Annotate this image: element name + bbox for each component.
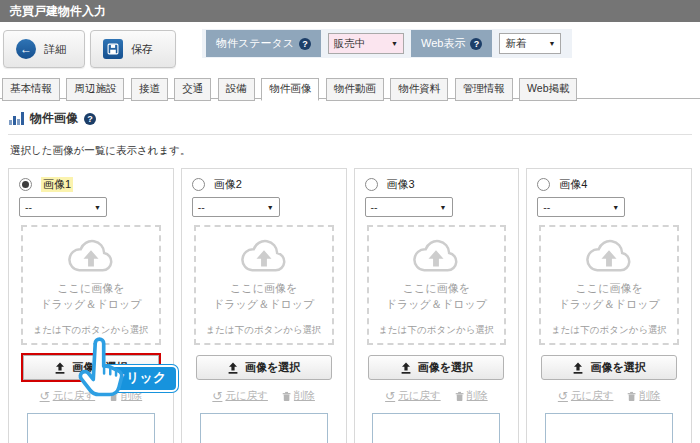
help-icon[interactable]: ? <box>299 38 311 50</box>
cloud-upload-icon <box>237 237 291 277</box>
bar-chart-icon <box>9 112 24 125</box>
back-arrow-icon: ← <box>16 39 36 59</box>
save-button-label: 保存 <box>131 42 153 57</box>
chevron-down-icon: ▼ <box>612 204 619 211</box>
cloud-upload-icon <box>64 237 118 277</box>
image3-dropzone[interactable]: ここに画像をドラッグ＆ドロップ または下のボタンから選択 <box>367 225 507 345</box>
detail-button-label: 詳細 <box>44 42 66 57</box>
image3-caption-box[interactable] <box>372 413 500 443</box>
image2-delete-link[interactable]: 削除 <box>282 389 315 403</box>
chevron-down-icon: ▼ <box>94 204 101 211</box>
undo-icon: ↺ <box>212 389 222 403</box>
web-display-label: Web表示 ? <box>411 30 492 57</box>
toolbar: ← 詳細 保存 物件ステータス ? 販売中 ▼ Web表示 ? 新着 ▼ <box>0 22 700 78</box>
tab-road-access[interactable]: 接道 <box>131 78 168 101</box>
image3-undo-link[interactable]: ↺元に戻す <box>385 389 441 403</box>
image2-dropzone[interactable]: ここに画像をドラッグ＆ドロップ または下のボタンから選択 <box>194 225 334 345</box>
save-button[interactable]: 保存 <box>90 30 176 68</box>
image-panel-3: 画像3 -- ▼ ここに画像をドラッグ＆ドロップ または下のボタンから選択 <box>354 168 520 443</box>
chevron-down-icon: ▼ <box>440 204 447 211</box>
image2-category-select[interactable]: -- ▼ <box>192 197 280 217</box>
image4-delete-link[interactable]: 削除 <box>627 389 660 403</box>
image4-caption-box[interactable] <box>545 413 673 443</box>
image1-category-select[interactable]: -- ▼ <box>19 197 107 217</box>
tab-bar: 基本情報 周辺施設 接道 交通 設備 物件画像 物件動画 物件資料 管理情報 W… <box>0 78 700 99</box>
image2-radio[interactable] <box>192 178 205 191</box>
web-display-select[interactable]: 新着 ▼ <box>499 33 561 54</box>
undo-icon: ↺ <box>385 389 395 403</box>
tab-transport[interactable]: 交通 <box>174 78 211 101</box>
undo-icon: ↺ <box>558 389 568 403</box>
help-icon[interactable]: ? <box>84 113 96 125</box>
image3-radio[interactable] <box>365 178 378 191</box>
status-bar: 物件ステータス ? 販売中 ▼ Web表示 ? 新着 ▼ <box>202 29 572 58</box>
chevron-down-icon: ▼ <box>549 40 556 47</box>
chevron-down-icon: ▼ <box>391 40 398 47</box>
section-description: 選択した画像が一覧に表示されます。 <box>10 144 692 158</box>
image2-select-button[interactable]: 画像を選択 <box>196 355 332 380</box>
upload-icon <box>227 362 239 374</box>
chevron-down-icon: ▼ <box>267 204 274 211</box>
image4-category-select[interactable]: -- ▼ <box>537 197 625 217</box>
image2-undo-link[interactable]: ↺元に戻す <box>212 389 268 403</box>
image1-caption-box[interactable] <box>27 413 155 443</box>
hand-cursor-icon <box>74 337 128 403</box>
upload-icon <box>572 362 584 374</box>
image-panel-4: 画像4 -- ▼ ここに画像をドラッグ＆ドロップ または下のボタンから選択 <box>526 168 692 443</box>
image1-radio[interactable] <box>19 178 32 191</box>
upload-icon <box>54 362 66 374</box>
section-title: 物件画像 <box>30 110 78 127</box>
image2-label: 画像2 <box>214 177 242 192</box>
image3-delete-link[interactable]: 削除 <box>455 389 488 403</box>
page-title: 売買戸建物件入力 <box>0 0 700 22</box>
image3-label: 画像3 <box>387 177 415 192</box>
image1-label: 画像1 <box>41 177 73 192</box>
image4-select-button[interactable]: 画像を選択 <box>541 355 677 380</box>
tab-equipment[interactable]: 設備 <box>218 78 255 101</box>
image-panel-2: 画像2 -- ▼ ここに画像をドラッグ＆ドロップ または下のボタンから選択 <box>181 168 347 443</box>
detail-button[interactable]: ← 詳細 <box>3 30 85 68</box>
help-icon[interactable]: ? <box>470 38 482 50</box>
image3-select-button[interactable]: 画像を選択 <box>368 355 504 380</box>
image1-dropzone[interactable]: ここに画像をドラッグ＆ドロップ または下のボタンから選択 <box>21 225 161 345</box>
image4-label: 画像4 <box>559 177 587 192</box>
upload-icon <box>400 362 412 374</box>
tab-property-documents[interactable]: 物件資料 <box>390 78 448 101</box>
image4-dropzone[interactable]: ここに画像をドラッグ＆ドロップ または下のボタンから選択 <box>539 225 679 345</box>
image4-undo-link[interactable]: ↺元に戻す <box>558 389 614 403</box>
image3-category-select[interactable]: -- ▼ <box>365 197 453 217</box>
tab-management-info[interactable]: 管理情報 <box>455 78 513 101</box>
tab-basic-info[interactable]: 基本情報 <box>2 78 60 101</box>
property-status-label: 物件ステータス ? <box>206 30 321 57</box>
tab-property-images[interactable]: 物件画像 <box>261 78 319 101</box>
save-disk-icon <box>103 39 123 59</box>
cloud-upload-icon <box>409 237 463 277</box>
property-status-select[interactable]: 販売中 ▼ <box>328 33 404 54</box>
cloud-upload-icon <box>582 237 636 277</box>
tab-nearby-facilities[interactable]: 周辺施設 <box>66 78 124 101</box>
image2-caption-box[interactable] <box>200 413 328 443</box>
trash-icon <box>627 391 636 402</box>
section-header: 物件画像 ? <box>8 106 692 135</box>
tab-web-publish[interactable]: Web掲載 <box>519 78 577 101</box>
undo-icon: ↺ <box>40 389 50 403</box>
image4-radio[interactable] <box>537 178 550 191</box>
tab-property-videos[interactable]: 物件動画 <box>326 78 384 101</box>
trash-icon <box>282 391 291 402</box>
trash-icon <box>455 391 464 402</box>
